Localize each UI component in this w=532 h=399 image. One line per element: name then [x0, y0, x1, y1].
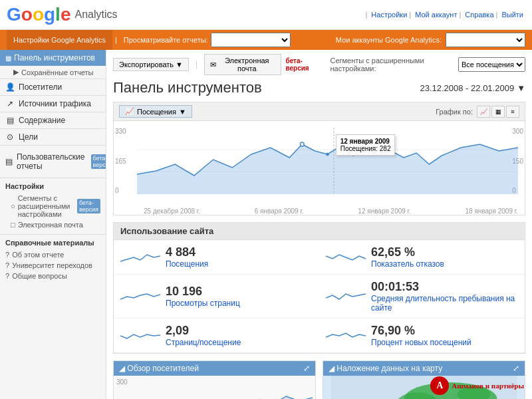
stats-pages-per-visit: 2,09 Страниц/посещение	[114, 319, 319, 353]
sidebar-reference: Справочные материалы ? Об этом отчете ? …	[0, 234, 106, 285]
sidebar-dashboard-header[interactable]: ▦ Панель инструментов	[0, 50, 106, 66]
sidebar-about-report[interactable]: ? Об этом отчете	[5, 249, 100, 260]
dashboard-label: Панель инструментов	[14, 53, 95, 63]
metric-btn-label: Посещения	[137, 108, 176, 116]
sidebar-custom-reports: ▤ Пользовательские отчеты бета-версия	[0, 146, 106, 178]
visitors-label: Посетители	[19, 82, 62, 92]
sidebar-conversion-university[interactable]: ? Университет переходов	[5, 260, 100, 271]
sidebar-item-goals[interactable]: ⊙ Цели	[0, 129, 106, 145]
chart-line-svg	[137, 128, 518, 194]
sidebar-custom-reports-item[interactable]: ▤ Пользовательские отчеты бета-версия	[5, 150, 100, 174]
account-link[interactable]: Мой аккаунт	[415, 11, 457, 19]
stats-visits: 4 884 Посещения	[114, 240, 319, 275]
svg-point-3	[300, 142, 304, 146]
google-wordmark: Google	[7, 4, 70, 25]
visitors-overview-panel: ◢ Обзор посетителей ⤢ 300 0	[113, 360, 316, 399]
accounts-label: Мои аккаунты Google Analytics:	[336, 36, 442, 44]
stats-pageviews: 10 196 Просмотры страниц	[114, 275, 319, 319]
x-label-2: 6 января 2009 г.	[255, 207, 304, 215]
common-q-label: Общие вопросы	[12, 272, 67, 280]
sidebar-traffic-section: ↗ Источники трафика	[0, 96, 106, 112]
stats-grid: 4 884 Посещения 62,65 % Показатель отказ…	[114, 240, 525, 353]
branding: А Ашманов и партнёры	[430, 376, 524, 395]
visits-label[interactable]: Посещения	[166, 259, 208, 269]
pageviews-label[interactable]: Просмотры страниц	[166, 299, 240, 308]
person-icon: 👤	[5, 82, 15, 92]
settings-link[interactable]: Настройки	[371, 11, 407, 19]
bounce-label[interactable]: Показатель отказов	[371, 259, 444, 269]
goals-label: Цели	[19, 132, 38, 142]
segments-beta-badge: бета-версия	[77, 199, 100, 213]
sidebar-dashboard-section: ▦ Панель инструментов ▶ Сохранённые отче…	[0, 50, 106, 79]
metric-chevron: ▼	[179, 108, 186, 116]
pageviews-sparkline	[120, 289, 160, 305]
sidebar-common-questions[interactable]: ? Общие вопросы	[5, 271, 100, 281]
chart-toolbar: 📈 Посещения ▼ График по: 📈 ▦ ≡	[114, 102, 525, 121]
about-report-label: Об этом отчете	[12, 251, 64, 259]
chart-with-axes: 330 165 0 300 150 0 12 января 2009 Посещ…	[114, 121, 525, 215]
goals-icon: ⊙	[5, 132, 15, 142]
map-panel-expand-icon[interactable]: ⤢	[513, 364, 519, 373]
main-layout: ▦ Панель инструментов ▶ Сохранённые отче…	[0, 50, 532, 399]
chart-compare-btn[interactable]: ≡	[506, 106, 519, 118]
question-icon: ?	[5, 251, 9, 259]
visitors-y-top: 300	[116, 378, 128, 386]
duration-label[interactable]: Средняя длительность пребывания на сайте	[371, 294, 518, 313]
sidebar-segments-item[interactable]: ○ Сегменты с расширенными настройками бе…	[5, 193, 100, 219]
conversion-label: Университет переходов	[12, 261, 92, 269]
sidebar-item-traffic[interactable]: ↗ Источники трафика	[0, 96, 106, 112]
stats-duration: 00:01:53 Средняя длительность пребывания…	[319, 275, 525, 319]
visits-sparkline	[120, 249, 160, 265]
sidebar-goals-section: ⊙ Цели	[0, 129, 106, 146]
email-icon: ✉	[210, 61, 216, 69]
grid-icon: ▦	[5, 55, 11, 62]
view-reports-select[interactable]	[211, 33, 291, 47]
stats-bounce: 62,65 % Показатель отказов	[319, 240, 525, 275]
nv-number: 76,90 %	[371, 324, 471, 338]
chart-svg: 12 января 2009 Посещения: 282	[114, 121, 525, 207]
chart-metric-button[interactable]: 📈 Посещения ▼	[119, 105, 192, 118]
chart-bar-btn[interactable]: ▦	[491, 106, 505, 118]
header-links: | Настройки| Мой аккаунт| Справка| Выйти	[365, 11, 525, 19]
date-range-chevron[interactable]: ▼	[517, 83, 525, 93]
svg-point-4	[326, 153, 329, 156]
pipe-separator: |	[365, 11, 367, 19]
logout-link[interactable]: Выйти	[501, 11, 523, 19]
accounts-select[interactable]	[446, 33, 525, 47]
stats-new-visits: 76,90 % Процент новых посещений	[319, 319, 525, 353]
brand-name: Ашманов и партнёры	[452, 382, 524, 390]
export-button[interactable]: Экспортировать ▼	[113, 58, 189, 71]
saved-reports-label: Сохранённые отчеты	[21, 68, 93, 76]
email-label: Электронная почта	[18, 221, 83, 229]
duration-number: 00:01:53	[371, 280, 518, 294]
pageviews-number: 10 196	[166, 285, 240, 299]
toolbar: Экспортировать ▼ | ✉ Электронная почта б…	[113, 54, 525, 75]
settings-nav-btn[interactable]: Настройки Google Analytics	[7, 30, 112, 50]
x-label-3: 12 января 2009 г.	[358, 207, 410, 215]
ppv-label[interactable]: Страниц/посещение	[166, 338, 241, 347]
sidebar-item-visitors[interactable]: 👤 Посетители	[0, 79, 106, 95]
x-label-1: 25 декабря 2008 г.	[144, 207, 200, 215]
chart-view-buttons: График по: 📈 ▦ ≡	[436, 106, 519, 118]
tooltip-value: Посещения: 282	[340, 145, 391, 152]
sidebar-saved-reports[interactable]: ▶ Сохранённые отчеты	[0, 66, 106, 78]
circle-icon: ○	[11, 202, 15, 210]
chart-area: 📈 Посещения ▼ График по: 📈 ▦ ≡ 330 165 0	[113, 102, 525, 215]
help-link[interactable]: Справка	[465, 11, 493, 19]
x-axis-labels: 25 декабря 2008 г. 6 января 2009 г. 12 я…	[137, 207, 525, 215]
visitors-panel-expand-icon[interactable]: ⤢	[303, 364, 310, 373]
settings-title: Настройки	[5, 182, 100, 190]
segment-select[interactable]: Все посещения	[458, 57, 525, 72]
sidebar-item-content[interactable]: ▤ Содержание	[0, 112, 106, 128]
visitors-panel-title: ◢ Обзор посетителей	[119, 364, 199, 373]
nv-label[interactable]: Процент новых посещений	[371, 338, 471, 347]
traffic-icon: ↗	[5, 99, 15, 108]
sidebar-email-item[interactable]: □ Электронная почта	[5, 219, 100, 230]
email-button[interactable]: ✉ Электронная почта	[204, 54, 281, 75]
custom-icon: ▤	[5, 157, 13, 166]
ppv-sparkline	[120, 328, 160, 344]
top-nav-bar: Настройки Google Analytics | Просматрива…	[0, 30, 532, 50]
chart-line-btn[interactable]: 📈	[477, 106, 490, 118]
nv-sparkline	[326, 328, 366, 344]
arrow-icon: ▶	[13, 68, 19, 76]
